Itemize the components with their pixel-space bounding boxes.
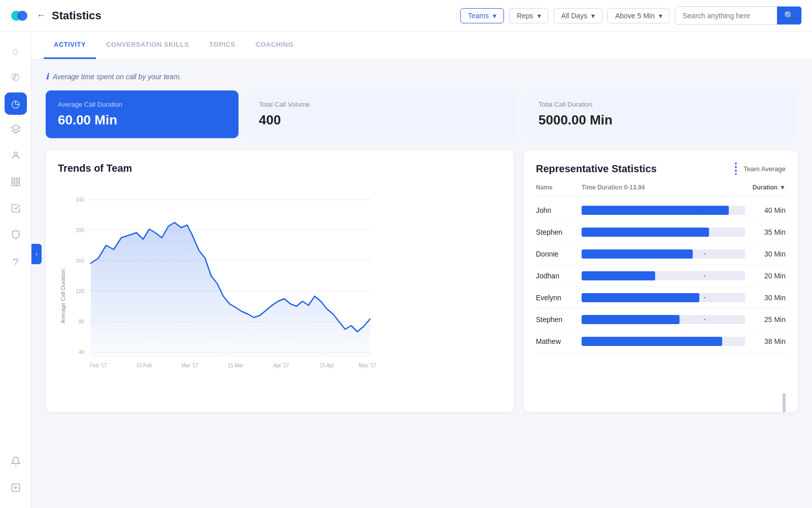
- tab-conversation-skills[interactable]: CONVERSATION SKILLS: [96, 31, 199, 59]
- svg-text:15 Feb: 15 Feb: [136, 363, 152, 368]
- header-filters: Teams ▾ Reps ▾ All Days ▾ Above 5 Min ▾ …: [460, 6, 802, 25]
- tab-coaching[interactable]: COACHING: [246, 31, 304, 59]
- metric-value-avg-duration: 60.00 Min: [58, 112, 226, 128]
- scrollbar-thumb[interactable]: [783, 393, 786, 412]
- rep-bar-container: [582, 228, 745, 237]
- svg-text:Apr '17: Apr '17: [273, 363, 289, 368]
- layers-icon: [11, 124, 21, 137]
- logo: [10, 7, 28, 25]
- sidebar-item-help[interactable]: ?: [5, 251, 27, 273]
- svg-text:15 Mar: 15 Mar: [227, 363, 244, 368]
- svg-text:160: 160: [76, 258, 84, 264]
- trends-chart-panel: Trends of Team Average Call Duration 240…: [46, 150, 514, 412]
- main-content: ACTIVITY CONVERSATION SKILLS TOPICS COAC…: [31, 31, 812, 424]
- rep-duration: 25 Min: [745, 315, 786, 324]
- rep-stats-title: Representative Statistics: [536, 163, 657, 175]
- rep-bar-container: [582, 293, 745, 302]
- grid-icon: [11, 177, 21, 189]
- rep-row: Mathew 38 Min: [536, 331, 786, 353]
- metric-label-total-volume: Total Call Volume: [259, 101, 506, 108]
- chevron-down-icon: ▾: [493, 12, 496, 20]
- back-button[interactable]: ←: [37, 10, 46, 21]
- info-bar: ℹ Average time spent on call by your tea…: [46, 72, 798, 81]
- filter-reps-label: Reps: [517, 12, 533, 20]
- header: ← Statistics Teams ▾ Reps ▾ All Days ▾ A…: [0, 0, 812, 31]
- svg-rect-7: [16, 182, 19, 185]
- filter-teams[interactable]: Teams ▾: [460, 8, 504, 23]
- sidebar: ⌂ ✆ ◷: [0, 31, 31, 424]
- search-wrapper: 🔍: [675, 6, 802, 25]
- rep-bar-fill: [582, 337, 722, 346]
- rep-bar-container: [582, 337, 745, 346]
- rep-bar-fill: [582, 271, 655, 280]
- trends-chart-svg: Average Call Duration 240 200 160 120 80: [58, 184, 501, 400]
- avg-line: [704, 297, 705, 298]
- rep-row: Stephen 25 Min: [536, 309, 786, 331]
- filter-duration[interactable]: Above 5 Min ▾: [607, 8, 670, 23]
- svg-rect-5: [16, 178, 19, 181]
- filter-days[interactable]: All Days ▾: [554, 8, 602, 23]
- sidebar-item-grid[interactable]: [5, 172, 27, 194]
- sort-icon[interactable]: ▼: [780, 184, 786, 191]
- sidebar-item-stats[interactable]: ◷: [5, 92, 27, 115]
- checklist-icon: [11, 203, 21, 216]
- rep-name: Donnie: [536, 250, 582, 258]
- rep-row: Stephen 35 Min: [536, 221, 786, 243]
- svg-text:40: 40: [79, 350, 85, 355]
- tab-topics[interactable]: TOPICS: [199, 31, 245, 59]
- avg-line: [704, 319, 705, 320]
- rep-duration: 20 Min: [745, 272, 786, 280]
- rep-row: John 40 Min: [536, 200, 786, 221]
- team-avg-legend-icon: [732, 163, 739, 175]
- tab-activity[interactable]: ACTIVITY: [44, 31, 96, 59]
- rep-bar-container: [582, 315, 745, 324]
- col-header-name: Name: [536, 184, 582, 191]
- search-input[interactable]: [675, 8, 777, 24]
- rep-name: Evelynn: [536, 294, 582, 302]
- svg-text:Feb '17: Feb '17: [90, 363, 107, 368]
- svg-text:May '17: May '17: [359, 363, 377, 368]
- metric-value-total-duration: 5000.00 Min: [538, 112, 786, 128]
- sidebar-item-phone[interactable]: ✆: [5, 66, 27, 88]
- help-icon: ?: [13, 257, 18, 268]
- rep-name: Jodhan: [536, 272, 582, 280]
- phone-icon: ✆: [11, 71, 20, 83]
- sidebar-item-layers[interactable]: [5, 119, 27, 141]
- rep-duration: 35 Min: [745, 228, 786, 236]
- sidebar-item-contacts[interactable]: [5, 145, 27, 168]
- sidebar-item-shield[interactable]: [5, 225, 27, 247]
- svg-marker-2: [11, 124, 20, 130]
- rep-duration: 30 Min: [745, 294, 786, 302]
- filter-reps[interactable]: Reps ▾: [509, 8, 549, 23]
- rep-table-header: Name Time Duration 0-13.94 Duration ▼: [536, 184, 786, 197]
- rep-stats-panel: Representative Statistics Team Average N…: [524, 150, 798, 412]
- svg-text:120: 120: [76, 289, 84, 294]
- trends-svg: Average Call Duration 240 200 160 120 80: [58, 184, 383, 398]
- avg-line: [704, 232, 705, 233]
- stats-icon: ◷: [11, 98, 20, 110]
- search-button[interactable]: 🔍: [777, 7, 801, 24]
- tabs-bar: ACTIVITY CONVERSATION SKILLS TOPICS COAC…: [31, 31, 812, 59]
- info-icon: ℹ: [46, 72, 49, 81]
- svg-text:Average Call Duration: Average Call Duration: [60, 269, 66, 323]
- metric-value-total-volume: 400: [259, 112, 506, 128]
- svg-point-1: [17, 11, 27, 21]
- rep-row: Evelynn 30 Min: [536, 287, 786, 309]
- metric-card-total-duration: Total Call Duration 5000.00 Min: [526, 90, 798, 138]
- trends-chart-title: Trends of Team: [58, 163, 501, 174]
- rep-bar-container: [582, 271, 745, 280]
- avg-line: [704, 253, 705, 255]
- filter-teams-label: Teams: [468, 12, 489, 20]
- metric-cards: Average Call Duration 60.00 Min Total Ca…: [46, 90, 798, 138]
- sidebar-item-checklist[interactable]: [5, 198, 27, 220]
- rep-duration: 38 Min: [745, 337, 786, 345]
- avg-line: [704, 275, 705, 276]
- rep-name: Mathew: [536, 337, 582, 345]
- rep-bar-fill: [582, 315, 680, 324]
- chevron-down-icon: ▾: [537, 12, 541, 20]
- rep-name: Stephen: [536, 228, 582, 236]
- sidebar-collapse-button[interactable]: ›: [31, 244, 42, 264]
- sidebar-item-home[interactable]: ⌂: [5, 40, 27, 62]
- contacts-icon: [11, 150, 21, 163]
- col-header-bar: Time Duration 0-13.94: [582, 184, 745, 191]
